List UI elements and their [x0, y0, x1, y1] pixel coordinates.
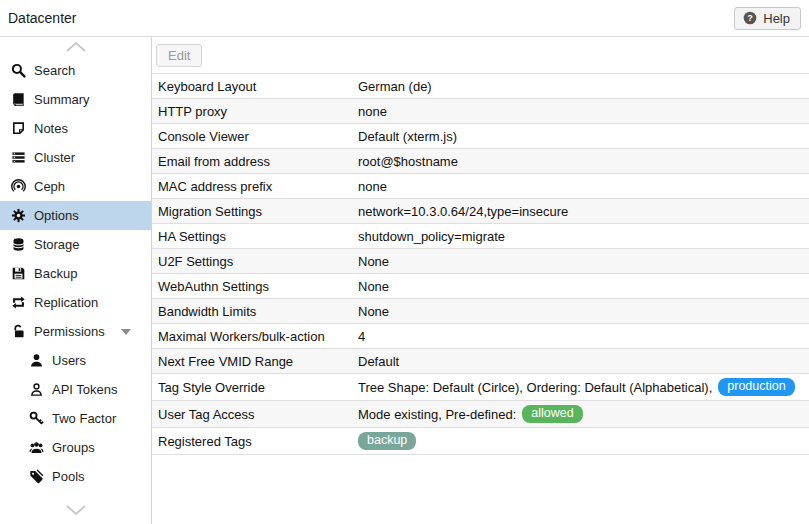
- ceph-icon: [10, 179, 27, 195]
- sidebar-collapse-chevron-up-icon[interactable]: [0, 37, 151, 56]
- table-row[interactable]: User Tag AccessMode existing, Pre-define…: [152, 401, 809, 428]
- users-group-icon: [28, 440, 45, 456]
- option-value-text: shutdown_policy=migrate: [358, 229, 505, 244]
- option-value: 4: [358, 329, 809, 344]
- option-value-text: Tree Shape: Default (Cirlce), Ordering: …: [358, 380, 712, 395]
- table-row[interactable]: Console ViewerDefault (xterm.js): [152, 124, 809, 149]
- option-value: None: [358, 254, 809, 269]
- option-value: shutdown_policy=migrate: [358, 229, 809, 244]
- sidebar-item-label: Cluster: [34, 150, 75, 165]
- sidebar-item-label: Groups: [52, 440, 95, 455]
- option-label: Console Viewer: [152, 129, 358, 144]
- sidebar-item-notes[interactable]: Notes: [0, 114, 151, 143]
- content-panel: Edit Keyboard LayoutGerman (de)HTTP prox…: [152, 37, 809, 524]
- user-icon: [28, 353, 45, 369]
- sidebar-item-cluster[interactable]: Cluster: [0, 143, 151, 172]
- option-label: Maximal Workers/bulk-action: [152, 329, 358, 344]
- option-value-text: none: [358, 179, 387, 194]
- floppy-icon: [10, 266, 27, 282]
- option-label: Bandwidth Limits: [152, 304, 358, 319]
- sidebar-item-replication[interactable]: Replication: [0, 288, 151, 317]
- table-row[interactable]: Registered Tagsbackup: [152, 428, 809, 455]
- sidebar-item-label: Two Factor: [52, 411, 116, 426]
- sidebar-item-options[interactable]: Options: [0, 201, 151, 230]
- sidebar-item-ceph[interactable]: Ceph: [0, 172, 151, 201]
- sidebar-item-groups[interactable]: Groups: [0, 433, 151, 462]
- table-row[interactable]: Migration Settingsnetwork=10.3.0.64/24,t…: [152, 199, 809, 224]
- sidebar-item-permissions[interactable]: Permissions: [0, 317, 151, 346]
- option-value: Default: [358, 354, 809, 369]
- book-icon: [10, 92, 27, 108]
- sidebar-item-label: Users: [52, 353, 86, 368]
- sidebar-item-pools[interactable]: Pools: [0, 462, 151, 491]
- app-window: Datacenter ? Help SearchSummaryNotesClus…: [0, 0, 809, 524]
- tag-badge: production: [718, 378, 794, 396]
- question-circle-icon: ?: [743, 11, 757, 25]
- sidebar-item-label: Notes: [34, 121, 68, 136]
- sidebar-item-label: Search: [34, 63, 75, 78]
- search-icon: [10, 63, 27, 79]
- table-row[interactable]: Keyboard LayoutGerman (de): [152, 74, 809, 99]
- option-value-text: Mode existing, Pre-defined:: [358, 407, 516, 422]
- tag-badge: backup: [358, 432, 416, 450]
- sidebar-expand-chevron-down-icon[interactable]: [0, 496, 151, 524]
- sidebar-item-label: Backup: [34, 266, 77, 281]
- option-label: Email from address: [152, 154, 358, 169]
- database-icon: [10, 237, 27, 253]
- option-value-text: none: [358, 104, 387, 119]
- option-value: Tree Shape: Default (Cirlce), Ordering: …: [358, 378, 809, 396]
- table-row[interactable]: Next Free VMID RangeDefault: [152, 349, 809, 374]
- option-value-text: German (de): [358, 79, 432, 94]
- sidebar-item-two-factor[interactable]: Two Factor: [0, 404, 151, 433]
- svg-text:?: ?: [747, 13, 753, 23]
- help-button[interactable]: ? Help: [734, 7, 801, 30]
- option-label: WebAuthn Settings: [152, 279, 358, 294]
- option-value: backup: [358, 432, 809, 450]
- sidebar-item-summary[interactable]: Summary: [0, 85, 151, 114]
- option-label: Migration Settings: [152, 204, 358, 219]
- option-value: None: [358, 304, 809, 319]
- header: Datacenter ? Help: [0, 0, 809, 37]
- table-row[interactable]: HA Settingsshutdown_policy=migrate: [152, 224, 809, 249]
- sidebar-item-label: Summary: [34, 92, 90, 107]
- option-label: Registered Tags: [152, 434, 358, 449]
- sidebar-item-search[interactable]: Search: [0, 56, 151, 85]
- option-label: User Tag Access: [152, 407, 358, 422]
- table-row[interactable]: MAC address prefixnone: [152, 174, 809, 199]
- option-label: HTTP proxy: [152, 104, 358, 119]
- sidebar-item-label: Pools: [52, 469, 85, 484]
- sidebar-item-label: API Tokens: [52, 382, 118, 397]
- help-button-label: Help: [763, 11, 790, 26]
- cluster-icon: [10, 150, 27, 166]
- note-icon: [10, 121, 27, 137]
- sidebar-item-api-tokens[interactable]: API Tokens: [0, 375, 151, 404]
- retweet-icon: [10, 295, 27, 311]
- edit-button[interactable]: Edit: [156, 44, 202, 67]
- tag-badge: allowed: [522, 405, 582, 423]
- table-row[interactable]: Maximal Workers/bulk-action4: [152, 324, 809, 349]
- user-outline-icon: [28, 382, 45, 398]
- table-row[interactable]: Tag Style OverrideTree Shape: Default (C…: [152, 374, 809, 401]
- table-row[interactable]: Email from addressroot@$hostname: [152, 149, 809, 174]
- sidebar-item-storage[interactable]: Storage: [0, 230, 151, 259]
- option-value: None: [358, 279, 809, 294]
- unlock-icon: [10, 324, 27, 340]
- option-value: none: [358, 104, 809, 119]
- table-row[interactable]: U2F SettingsNone: [152, 249, 809, 274]
- sidebar: SearchSummaryNotesClusterCephOptionsStor…: [0, 37, 152, 524]
- sidebar-items: SearchSummaryNotesClusterCephOptionsStor…: [0, 56, 151, 491]
- option-value-text: None: [358, 304, 389, 319]
- option-label: Tag Style Override: [152, 380, 358, 395]
- sidebar-item-users[interactable]: Users: [0, 346, 151, 375]
- table-row[interactable]: Bandwidth LimitsNone: [152, 299, 809, 324]
- page-title: Datacenter: [8, 10, 76, 26]
- sidebar-item-label: Permissions: [34, 324, 105, 339]
- chevron-down-icon[interactable]: [121, 329, 131, 335]
- toolbar: Edit: [152, 37, 809, 74]
- table-row[interactable]: WebAuthn SettingsNone: [152, 274, 809, 299]
- sidebar-item-backup[interactable]: Backup: [0, 259, 151, 288]
- option-value: none: [358, 179, 809, 194]
- table-row[interactable]: HTTP proxynone: [152, 99, 809, 124]
- tag-icon: [28, 469, 45, 485]
- option-label: Keyboard Layout: [152, 79, 358, 94]
